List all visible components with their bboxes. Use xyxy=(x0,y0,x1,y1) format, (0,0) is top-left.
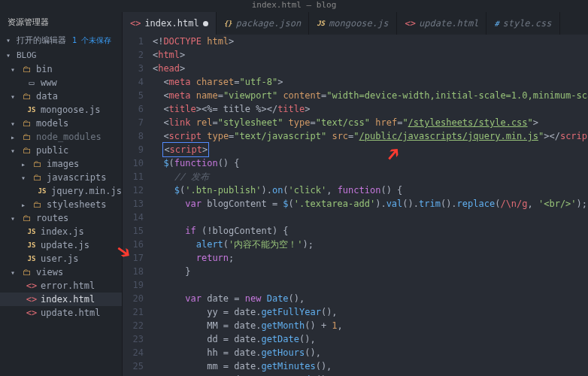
tab-bar: <> index.html {} package.json JS mongoos… xyxy=(123,12,588,35)
sidebar-header: 资源管理器 xyxy=(0,12,122,32)
html-icon: <> xyxy=(26,294,38,305)
js-icon: JS xyxy=(26,241,38,249)
file-mongoose-js[interactable]: JSmongoose.js xyxy=(0,103,122,117)
project-section[interactable]: ▾ BLOG xyxy=(0,48,122,62)
chevron-down-icon: ▾ xyxy=(6,36,14,44)
unsaved-badge: 1 个未保存 xyxy=(72,35,111,46)
folder-public[interactable]: ▾🗀public xyxy=(0,144,122,157)
line-gutter: 1234567891011121314151617181920212223242… xyxy=(123,35,153,376)
code-editor[interactable]: 1234567891011121314151617181920212223242… xyxy=(123,35,588,376)
folder-icon: 🗀 xyxy=(21,213,33,223)
folder-icon: 🗀 xyxy=(32,159,44,169)
folder-icon: 🗀 xyxy=(21,91,33,102)
js-icon: JS xyxy=(36,187,48,195)
file-user-js[interactable]: JSuser.js xyxy=(0,252,122,265)
tab-index-html[interactable]: <> index.html xyxy=(123,12,217,35)
html-icon: <> xyxy=(405,18,415,29)
js-icon: JS xyxy=(26,106,38,114)
folder-data[interactable]: ▾🗀data xyxy=(0,89,122,103)
file-update-js[interactable]: JSupdate.js xyxy=(0,238,122,252)
html-icon: <> xyxy=(130,18,141,29)
chevron-down-icon: ▾ xyxy=(6,51,14,59)
folder-bin[interactable]: ▾🗀bin xyxy=(0,62,122,76)
html-icon: <> xyxy=(26,280,38,291)
tab-update-html[interactable]: <> update.html xyxy=(397,12,487,35)
css-icon: # xyxy=(494,20,499,28)
window-title: index.html — blog xyxy=(0,0,588,12)
folder-stylesheets[interactable]: ▸🗀stylesheets xyxy=(0,198,122,211)
file-jquery-min[interactable]: JSjquery.min.js xyxy=(0,184,122,198)
file-index-js[interactable]: JSindex.js xyxy=(0,225,122,238)
unsaved-dot-icon xyxy=(203,21,208,26)
js-icon: JS xyxy=(26,255,38,262)
code-content[interactable]: <!DOCTYPE html><html><head> <meta charse… xyxy=(153,35,588,376)
folder-icon: 🗀 xyxy=(32,172,44,183)
folder-models[interactable]: ▾🗀models xyxy=(0,117,122,130)
editor-area: <> index.html {} package.json JS mongoos… xyxy=(123,12,588,376)
folder-icon: 🗀 xyxy=(21,118,33,129)
folder-icon: 🗀 xyxy=(21,145,33,156)
file-index-html[interactable]: <>index.html xyxy=(0,293,122,306)
folder-icon: 🗀 xyxy=(21,132,33,142)
open-editors-section[interactable]: ▾ 打开的编辑器 1 个未保存 xyxy=(0,32,122,48)
folder-images[interactable]: ▸🗀images xyxy=(0,157,122,171)
json-icon: {} xyxy=(224,20,232,27)
folder-node-modules[interactable]: ▸🗀node_modules xyxy=(0,130,122,144)
folder-icon: 🗀 xyxy=(21,64,33,74)
js-icon: JS xyxy=(26,228,38,235)
file-update-html[interactable]: <>update.html xyxy=(0,306,122,320)
tab-package-json[interactable]: {} package.json xyxy=(217,12,310,35)
js-icon: JS xyxy=(317,20,325,27)
folder-icon: 🗀 xyxy=(32,199,44,210)
folder-routes[interactable]: ▾🗀routes xyxy=(0,211,122,225)
sidebar: 资源管理器 ▾ 打开的编辑器 1 个未保存 ▾ BLOG ▾🗀bin ▭www … xyxy=(0,12,123,376)
folder-views[interactable]: ▾🗀views xyxy=(0,265,122,279)
file-icon: ▭ xyxy=(26,77,38,88)
tab-mongoose-js[interactable]: JS mongoose.js xyxy=(309,12,396,35)
open-editors-label: 打开的编辑器 xyxy=(17,35,66,46)
html-icon: <> xyxy=(26,308,38,318)
folder-javascripts[interactable]: ▾🗀javascripts xyxy=(0,171,122,184)
file-tree: ▾🗀bin ▭www ▾🗀data JSmongoose.js ▾🗀models… xyxy=(0,62,122,376)
file-error-html[interactable]: <>error.html xyxy=(0,279,122,293)
folder-icon: 🗀 xyxy=(21,267,33,277)
tab-style-css[interactable]: # style.css xyxy=(486,12,559,35)
project-name: BLOG xyxy=(17,50,37,60)
file-www[interactable]: ▭www xyxy=(0,76,122,89)
